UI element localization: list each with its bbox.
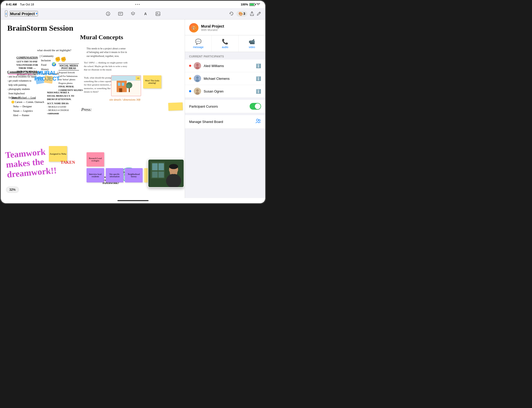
- michael-info-icon[interactable]: ℹ️: [256, 76, 261, 81]
- panel-avatar: 🎨: [189, 23, 198, 32]
- sticky-site-specific[interactable]: Site specific information: [106, 168, 123, 182]
- aled-avatar-svg: [194, 62, 201, 69]
- panel-header: 🎨 Mural Project With Muralist: [185, 19, 265, 35]
- wifi-icon: [256, 3, 260, 6]
- manage-board-person-icon: [255, 118, 261, 124]
- pen-tool-button[interactable]: A: [104, 10, 112, 18]
- video-person: [148, 160, 184, 187]
- participant-cursors-row: Participant Cursors: [185, 100, 265, 113]
- michael-name: Michael Clemens: [204, 77, 253, 81]
- svg-rect-22: [152, 163, 158, 170]
- wow-sticky-text: Wow! This looks amazing!: [143, 80, 161, 84]
- battery-percent-label: 100%: [241, 3, 248, 6]
- team-label: Team: Michael — Lead 🟡 Carson — Comm. Ou…: [11, 95, 44, 117]
- svg-point-35: [196, 79, 199, 82]
- svg-rect-24: [152, 172, 158, 177]
- svg-rect-25: [158, 172, 164, 177]
- participant-cursors-toggle[interactable]: [250, 103, 261, 110]
- concept-text: This needs to be a project about a sense…: [87, 47, 128, 58]
- svg-rect-11: [118, 83, 121, 86]
- compensation-heading: COMPENSATION: [16, 56, 38, 60]
- susan-info-icon[interactable]: ℹ️: [256, 89, 261, 94]
- back-button[interactable]: ‹: [5, 10, 8, 17]
- undo-icon: [229, 11, 234, 16]
- susan-avatar: [194, 88, 201, 95]
- project-title-button[interactable]: Mural Project ▾: [10, 11, 38, 16]
- status-date: Tue Oct 18: [20, 3, 34, 6]
- fist-emojis: ✊✊: [55, 56, 66, 62]
- audio-icon: 📞: [222, 38, 228, 45]
- font-icon: A: [144, 12, 147, 16]
- message-icon: 💬: [195, 38, 202, 45]
- image-icon: [156, 12, 160, 16]
- site-details-text: site details / dimensions 30ft: [109, 98, 141, 101]
- what-highlight-text: what should the art highlight?: [37, 49, 71, 52]
- participants-count: 3: [243, 12, 245, 16]
- svg-point-32: [196, 67, 199, 69]
- image-tool-button[interactable]: [154, 10, 162, 18]
- video-call-panel: [148, 159, 184, 188]
- aled-info-icon[interactable]: ℹ️: [256, 63, 261, 68]
- participant-aled: Aled Williams ℹ️: [185, 60, 265, 72]
- battery-icon: [249, 3, 255, 6]
- svg-rect-5: [156, 12, 160, 16]
- text-icon: [118, 12, 123, 16]
- mural-concepts-title: Mural Concepts: [80, 34, 123, 41]
- project-title-label: Mural Project: [10, 11, 35, 16]
- undo-button[interactable]: [229, 11, 234, 16]
- sticky-research[interactable]: Research Local ecologies: [87, 152, 104, 167]
- svg-point-27: [166, 174, 181, 188]
- edit-button[interactable]: [257, 11, 261, 16]
- yes-text: Yes! 100%! — thinking we might partner w…: [84, 61, 128, 72]
- panel-subtitle: With Muralist: [201, 28, 224, 31]
- svg-line-7: [259, 12, 260, 13]
- dropdown-chevron-icon: ▾: [36, 12, 37, 15]
- participant-susan: Susan Ogren ℹ️: [185, 85, 265, 98]
- wow-sticky: Wow! This looks amazing!: [143, 75, 161, 88]
- status-time: 9:41 AM: [6, 3, 17, 6]
- svg-rect-9: [44, 75, 53, 84]
- svg-point-6: [157, 13, 158, 14]
- svg-point-16: [126, 84, 130, 88]
- message-action-button[interactable]: 💬 message: [185, 35, 212, 52]
- michael-avatar: [194, 75, 201, 82]
- panel-title-block: Mural Project With Muralist: [201, 24, 224, 31]
- video-action-button[interactable]: 📹 video: [239, 35, 265, 52]
- aled-dot: [189, 65, 191, 67]
- audio-action-button[interactable]: 📞 audio: [212, 35, 238, 52]
- layers-icon: [131, 11, 135, 16]
- svg-point-29: [169, 164, 178, 169]
- svg-text:A: A: [107, 12, 109, 15]
- side-panel: 🎨 Mural Project With Muralist 💬 message …: [185, 19, 265, 198]
- svg-rect-13: [119, 88, 122, 92]
- sticky-neighborhood[interactable]: Neighborhood history: [125, 168, 143, 182]
- sticky-interview[interactable]: Interview local residents: [87, 168, 104, 182]
- ipad-frame: 9:41 AM Tue Oct 18 100%: [0, 0, 266, 204]
- font-tool-button[interactable]: A: [141, 10, 150, 18]
- teamwork-text: Teamworkmakes thedreamwork!!: [5, 146, 57, 179]
- status-center-dots: [135, 4, 140, 5]
- message-label: message: [193, 46, 204, 49]
- participants-button[interactable]: 🎨 3: [236, 11, 247, 17]
- svg-point-38: [196, 92, 199, 95]
- text-tool-button[interactable]: [116, 10, 125, 18]
- svg-point-39: [256, 119, 258, 121]
- pen-icon: A: [106, 11, 110, 16]
- video-icon: 📹: [249, 38, 255, 45]
- neha-box: NEHA WILL MAKE A SOCIAL MEDIA ACCT. TO D…: [47, 91, 74, 115]
- layers-tool-button[interactable]: [129, 10, 137, 18]
- share-icon: [250, 11, 254, 16]
- toolbar-right: 🎨 3: [176, 11, 261, 17]
- social-media-heading: SOCIAL MEDIAPOST IDEAS: [58, 64, 79, 70]
- panel-actions: 💬 message 📞 audio 📹 video: [185, 35, 265, 52]
- edit-icon: [257, 11, 261, 16]
- yellow-sticky-decoration: [168, 102, 183, 111]
- susan-name: Susan Ogren: [204, 89, 253, 93]
- brainstorm-title: BrainStorm Session: [7, 24, 73, 32]
- manage-shared-board-row[interactable]: Manage Shared Board: [185, 115, 265, 129]
- share-button[interactable]: [250, 11, 254, 16]
- svg-point-34: [196, 76, 199, 79]
- home-bar-line: [117, 200, 149, 201]
- michael-avatar-svg: [194, 75, 201, 82]
- artwork-preview: 10ft: [111, 75, 141, 96]
